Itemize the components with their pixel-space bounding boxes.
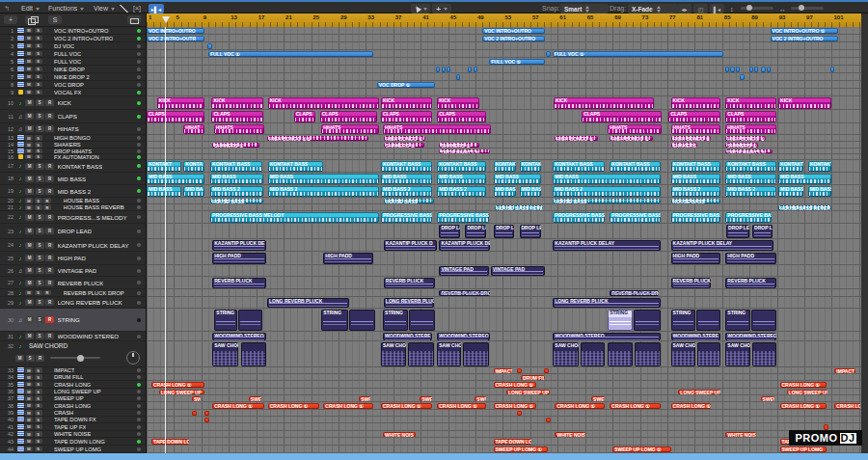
track-row-crash-long[interactable]: 35MSCRASH LONG bbox=[0, 381, 146, 389]
solo-button[interactable]: S bbox=[36, 176, 44, 182]
region-mid-bass-2[interactable]: MID BASS 2 bbox=[268, 186, 379, 197]
region-saw-chord[interactable]: SAW CHORD bbox=[381, 342, 406, 366]
region[interactable] bbox=[634, 310, 661, 331]
region-drop-le[interactable]: DROP LE bbox=[494, 225, 514, 238]
duplicate-track-button[interactable] bbox=[25, 15, 39, 24]
region[interactable] bbox=[730, 67, 734, 72]
track-row-saw-chord[interactable]: 32♪SAW CHORDMSR bbox=[0, 341, 146, 367]
region-house-bass[interactable]: HOUSE BASS bbox=[210, 199, 263, 203]
region-kontakt-bass[interactable]: KONTAKT BASS bbox=[437, 161, 486, 172]
solo-button[interactable]: S bbox=[36, 214, 44, 221]
region-konta[interactable]: KONTA bbox=[183, 161, 203, 172]
solo-button[interactable]: S bbox=[35, 149, 42, 154]
solo-button[interactable]: S bbox=[36, 125, 44, 132]
record-button[interactable]: R bbox=[45, 242, 54, 249]
mute-button[interactable]: M bbox=[25, 214, 34, 221]
region[interactable] bbox=[749, 67, 753, 72]
region-impact[interactable]: IMPACT bbox=[834, 368, 854, 373]
mute-button[interactable]: M bbox=[25, 51, 33, 57]
region-crash-long-[interactable]: CRASH LONG ① bbox=[494, 403, 537, 409]
solo-button[interactable]: S bbox=[35, 410, 42, 416]
mute-button[interactable]: M bbox=[25, 417, 33, 422]
bottom-scroll-strip[interactable] bbox=[0, 453, 868, 460]
mute-button[interactable]: M bbox=[25, 395, 33, 401]
region-high-bongo-[interactable]: HIGH BONGO ① bbox=[725, 136, 766, 141]
record-button[interactable]: R bbox=[45, 113, 54, 120]
track-row-white-noise[interactable]: 42MSWHITE NOISE bbox=[0, 431, 146, 438]
track-row-tape-down-fx[interactable]: 40MSTAPE DOWN FX bbox=[0, 417, 146, 423]
region-long-sweep-up[interactable]: LONG SWEEP UP bbox=[787, 390, 827, 394]
solo-button[interactable]: S bbox=[35, 74, 42, 80]
region-crash-long-[interactable]: CRASH LONG ① bbox=[323, 403, 373, 409]
solo-button[interactable]: S bbox=[26, 355, 35, 362]
region-kick[interactable]: KICK bbox=[671, 97, 721, 109]
region-vintage-pad[interactable]: VINTAGE PAD bbox=[491, 266, 545, 276]
record-button[interactable]: R bbox=[45, 99, 54, 106]
region-mid-bass-2[interactable]: MID BASS 2 bbox=[381, 186, 432, 197]
solo-button[interactable]: S bbox=[35, 367, 42, 373]
track-row-sweep-up-lomg[interactable]: 44MSSWEEP UP LOMG bbox=[0, 446, 146, 453]
region-hihats[interactable]: HIHATS bbox=[321, 124, 379, 134]
region-kick[interactable]: KICK bbox=[381, 97, 432, 109]
region-shakers-[interactable]: SHAKERS ① bbox=[212, 143, 259, 148]
mute-button[interactable]: M bbox=[25, 99, 34, 106]
region-sweep-up-lomg[interactable]: SWEEP UP LOMG bbox=[780, 446, 827, 452]
region[interactable] bbox=[761, 67, 765, 72]
region-drop-l[interactable]: DROP L bbox=[752, 225, 773, 238]
region-woodwind-stere[interactable]: WOODWIND STERE bbox=[671, 333, 721, 340]
track-row-long-reverb-pluck[interactable]: 29♪MSRLONG REVERB PLUCK bbox=[0, 297, 146, 309]
snap-select[interactable]: Smart bbox=[560, 4, 609, 14]
region-kazantip-pluck-d[interactable]: KAZANTIP PLUCK D bbox=[384, 240, 437, 251]
mute-button[interactable]: M bbox=[25, 149, 33, 154]
region-high-bongo-[interactable]: HIGH BONGO ① bbox=[555, 136, 598, 141]
record-button[interactable]: R bbox=[45, 125, 54, 132]
region-high-padd[interactable]: HIGH PADD bbox=[671, 253, 721, 264]
region-crash-long-[interactable]: CRASH LONG ① bbox=[268, 403, 319, 409]
menu-edit[interactable]: Edit bbox=[21, 4, 40, 14]
region[interactable] bbox=[824, 424, 828, 430]
region-string[interactable]: STRING bbox=[214, 310, 237, 331]
mute-button[interactable]: M bbox=[25, 188, 34, 195]
region-drop-lea[interactable]: DROP LEA bbox=[439, 225, 460, 238]
record-button[interactable]: R bbox=[43, 198, 51, 203]
solo-button[interactable]: S bbox=[36, 280, 44, 286]
record-button[interactable]: R bbox=[45, 267, 54, 274]
mute-button[interactable]: M bbox=[25, 267, 34, 274]
region-mid-bass-2[interactable]: MID BASS 2 bbox=[725, 186, 776, 197]
solo-button[interactable]: S bbox=[36, 188, 44, 195]
solo-button[interactable]: S bbox=[36, 242, 44, 249]
region-full-voc-[interactable]: FULL VOC ① bbox=[489, 59, 545, 65]
region-mid-bass[interactable]: MID BASS bbox=[778, 174, 831, 184]
mute-button[interactable]: M bbox=[25, 163, 34, 170]
region-kontakt-bass[interactable]: KONTAKT BASS bbox=[210, 161, 262, 172]
solo-button[interactable]: S bbox=[36, 316, 44, 323]
pencil-tool-button[interactable]: + bbox=[432, 4, 451, 14]
region-saw-chord[interactable]: SAW CHORD bbox=[671, 342, 696, 366]
region-crash-long-[interactable]: CRASH LONG ① bbox=[212, 403, 264, 409]
track-row-sweep-up[interactable]: 37MSSWEEP UP bbox=[0, 395, 146, 402]
region[interactable] bbox=[207, 43, 212, 49]
region[interactable] bbox=[456, 74, 460, 80]
region-string[interactable]: STRING bbox=[671, 310, 696, 331]
track-row-mid-bass-2[interactable]: 19♪MSRMID BASS 2 bbox=[0, 185, 146, 198]
track-row-kazantip-pluck-delay[interactable]: 24♪MSRKAZANTIP PLUCK DELAY bbox=[0, 239, 146, 252]
region[interactable] bbox=[752, 342, 776, 366]
region-sw[interactable]: SW bbox=[192, 396, 201, 401]
solo-button[interactable]: S bbox=[35, 204, 42, 210]
track-row-full-voc[interactable]: 4MSFULL VOC bbox=[0, 50, 146, 58]
mute-button[interactable]: M bbox=[25, 410, 33, 416]
record-button[interactable]: R bbox=[45, 228, 54, 234]
region-sweep-up-lomg-[interactable]: SWEEP UP LOMG ① bbox=[612, 446, 671, 452]
region-woodwind-stere[interactable]: WOODWIND STERE bbox=[383, 333, 431, 340]
region-drop-hihats-[interactable]: DROP HIHATS ① bbox=[725, 149, 773, 153]
record-button[interactable]: R bbox=[45, 255, 54, 261]
region[interactable] bbox=[736, 67, 740, 72]
region-shakers-[interactable]: SHAKERS ① bbox=[384, 143, 424, 148]
region-reverb-pluck-dro[interactable]: REVERB PLUCK DRO bbox=[610, 290, 658, 296]
region-white-nois[interactable]: WHITE NOIS bbox=[383, 432, 416, 437]
region-voc-intro-outro-[interactable]: VOC INTRO+OUTRO ① bbox=[771, 28, 838, 34]
track-row-woodwind-stereo[interactable]: 31♪MSRWOODWIND STEREO bbox=[0, 332, 146, 341]
region[interactable] bbox=[408, 342, 433, 366]
region-hihats[interactable]: HIHATS bbox=[214, 124, 265, 134]
region-mid-bass[interactable]: MID BASS bbox=[671, 174, 721, 184]
